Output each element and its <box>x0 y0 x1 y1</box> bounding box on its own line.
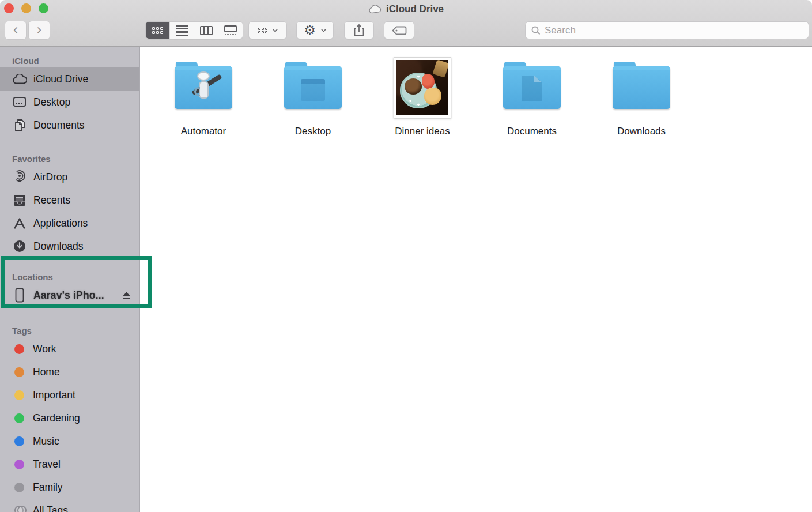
tag-circle-gray <box>14 483 24 492</box>
group-icon <box>258 28 267 33</box>
chevron-down-icon <box>273 28 278 33</box>
sidebar-tag-work[interactable]: Work <box>0 337 139 360</box>
desktop-folder-icon <box>284 66 342 109</box>
tag-label: Music <box>33 435 59 447</box>
sidebar-item-airdrop[interactable]: AirDrop <box>0 165 139 189</box>
tag-circle-orange <box>14 367 24 377</box>
sidebar-item-recents[interactable]: Recents <box>0 189 139 212</box>
sidebar-item-label: AirDrop <box>33 171 67 183</box>
sidebar-item-label: Documents <box>33 119 85 131</box>
sidebar-item-desktop[interactable]: Desktop <box>0 91 139 114</box>
cloud-title-icon <box>368 5 382 14</box>
file-item-automator[interactable]: Automator <box>149 55 258 137</box>
sidebar-tag-music[interactable]: Music <box>0 430 139 453</box>
navigation-buttons: ‹ › <box>5 21 50 40</box>
photo-thumbnail <box>394 57 451 118</box>
icon-view-button[interactable] <box>146 22 170 39</box>
document-glyph-icon <box>522 76 542 101</box>
file-label: Documents <box>507 126 557 137</box>
tag-label: All Tags... <box>33 505 77 512</box>
tag-circle-red <box>14 344 24 354</box>
share-button[interactable] <box>344 21 374 39</box>
gear-icon: ⚙ <box>304 24 316 37</box>
downloads-folder-icon <box>613 66 670 109</box>
tag-label: Gardening <box>33 412 80 424</box>
all-tags-icon <box>14 506 24 512</box>
tag-label: Travel <box>33 458 61 470</box>
forward-button[interactable]: › <box>28 21 50 40</box>
iphone-icon <box>12 288 27 303</box>
tag-circle-green <box>14 413 24 423</box>
cloud-icon <box>12 71 27 86</box>
back-button[interactable]: ‹ <box>5 21 27 40</box>
finder-window: iCloud Drive ‹ › <box>0 0 812 512</box>
recents-icon <box>12 193 27 208</box>
tag-circle-blue <box>14 436 24 446</box>
section-header-favorites: Favorites <box>0 152 139 165</box>
share-icon <box>353 24 365 37</box>
tag-icon <box>392 26 407 35</box>
desktop-icon <box>12 95 27 110</box>
file-item-desktop[interactable]: Desktop <box>258 55 368 137</box>
sidebar-tag-family[interactable]: Family <box>0 476 139 499</box>
automator-folder-icon <box>175 66 232 109</box>
sidebar-item-all-tags[interactable]: All Tags... <box>0 499 139 512</box>
sidebar-item-icloud-drive[interactable]: iCloud Drive <box>0 67 139 91</box>
view-segmented-control <box>145 21 243 39</box>
list-view-icon <box>176 25 188 36</box>
sidebar-tag-important[interactable]: Important <box>0 383 139 406</box>
file-label: Downloads <box>617 126 666 137</box>
tag-label: Family <box>33 481 63 494</box>
sidebar-item-label: iCloud Drive <box>33 73 88 85</box>
chevron-down-icon <box>321 28 326 33</box>
icon-view-icon <box>152 27 163 34</box>
section-header-locations: Locations <box>0 270 139 284</box>
sidebar-tag-home[interactable]: Home <box>0 360 139 383</box>
documents-folder-icon <box>503 66 561 109</box>
section-header-tags: Tags <box>0 323 139 337</box>
sidebar-item-documents[interactable]: Documents <box>0 114 139 137</box>
file-item-downloads[interactable]: Downloads <box>587 55 696 137</box>
column-view-button[interactable] <box>194 22 218 39</box>
file-item-dinner-ideas[interactable]: Dinner ideas <box>368 55 477 137</box>
sidebar-item-iphone[interactable]: Aarav's iPho... <box>0 284 139 307</box>
sidebar-item-label: Desktop <box>33 96 70 108</box>
file-label: Dinner ideas <box>395 126 450 137</box>
gallery-view-icon <box>224 25 237 36</box>
file-item-documents[interactable]: Documents <box>477 55 587 137</box>
tag-label: Important <box>33 389 75 401</box>
window-glyph-icon <box>301 79 325 101</box>
window-header: iCloud Drive ‹ › <box>0 0 812 47</box>
list-view-button[interactable] <box>170 22 194 39</box>
applications-icon <box>12 216 27 231</box>
sidebar-item-label: Recents <box>33 194 70 206</box>
automator-robot-icon <box>175 66 232 109</box>
sidebar-item-applications[interactable]: Applications <box>0 212 139 235</box>
sidebar-item-label: Aarav's iPho... <box>33 289 104 302</box>
action-button[interactable]: ⚙ <box>296 21 334 39</box>
sidebar-item-label: Downloads <box>33 240 84 253</box>
sidebar: iCloud iCloud Drive Desktop <box>0 47 140 512</box>
content-area: Automator Desktop <box>141 47 812 512</box>
tag-label: Work <box>33 343 56 355</box>
tag-circle-purple <box>14 460 24 469</box>
group-button[interactable] <box>248 21 287 39</box>
sidebar-item-downloads[interactable]: Downloads <box>0 235 139 258</box>
window-title: iCloud Drive <box>386 3 444 15</box>
tag-label: Home <box>33 366 60 378</box>
gallery-view-button[interactable] <box>218 22 243 39</box>
sidebar-tag-gardening[interactable]: Gardening <box>0 406 139 430</box>
search-field[interactable] <box>525 21 809 39</box>
documents-icon <box>12 118 27 133</box>
search-input[interactable] <box>545 25 803 36</box>
airdrop-icon <box>12 170 27 185</box>
sidebar-tag-travel[interactable]: Travel <box>0 453 139 476</box>
eject-icon[interactable] <box>122 291 131 300</box>
file-label: Automator <box>181 126 226 137</box>
sidebar-item-label: Applications <box>33 217 88 229</box>
tag-button[interactable] <box>384 21 414 39</box>
column-view-icon <box>200 26 213 35</box>
search-icon <box>531 26 541 35</box>
section-header-icloud: iCloud <box>0 54 139 67</box>
downloads-icon <box>12 239 27 254</box>
